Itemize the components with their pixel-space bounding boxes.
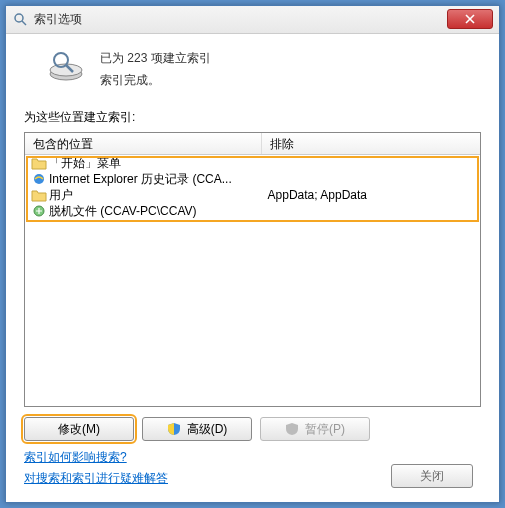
item-name: 脱机文件 (CCAV-PC\CCAV) [49,203,197,220]
svg-line-1 [22,21,26,25]
close-button[interactable] [447,9,493,29]
item-name: Internet Explorer 历史记录 (CCA... [49,171,232,188]
button-row: 修改(M) 高级(D) 暂停(P) [24,417,481,441]
help-link-troubleshoot[interactable]: 对搜索和索引进行疑难解答 [24,471,168,485]
advanced-button[interactable]: 高级(D) [142,417,252,441]
folder-icon [31,188,47,202]
modify-button[interactable]: 修改(M) [24,417,134,441]
shield-icon [167,422,181,436]
shield-icon [285,422,299,436]
close-dialog-button[interactable]: 关闭 [391,464,473,488]
item-excluded: AppData; AppData [262,188,480,202]
offline-files-icon [31,204,47,218]
titlebar: 索引选项 [6,6,499,34]
column-included[interactable]: 包含的位置 [25,133,262,154]
item-name: 用户 [49,187,73,204]
close-icon [465,14,475,24]
status-row: 已为 223 项建立索引 索引完成。 [24,48,481,91]
list-item[interactable]: 用户 AppData; AppData [25,187,480,203]
disk-search-icon [46,48,86,84]
app-icon [12,12,28,28]
list-header: 包含的位置 排除 [25,133,480,155]
content-area: 已为 223 项建立索引 索引完成。 为这些位置建立索引: 包含的位置 排除 「… [6,34,499,502]
pause-button: 暂停(P) [260,417,370,441]
indexed-count: 已为 223 项建立索引 [100,48,211,70]
ie-icon [31,172,47,186]
locations-label: 为这些位置建立索引: [24,109,481,126]
column-excluded[interactable]: 排除 [262,133,480,154]
list-item[interactable]: Internet Explorer 历史记录 (CCA... [25,171,480,187]
locations-list: 包含的位置 排除 「开始」菜单 Internet Explorer 历史记录 (… [24,132,481,407]
indexing-options-window: 索引选项 已为 223 项建立索引 索引完成。 为这些位置建立索引: 包含的位置… [5,5,500,503]
folder-icon [31,156,47,170]
help-link-search[interactable]: 索引如何影响搜索? [24,450,127,464]
svg-point-0 [15,14,23,22]
list-item[interactable]: 脱机文件 (CCAV-PC\CCAV) [25,203,480,219]
advanced-button-label: 高级(D) [187,421,228,438]
pause-button-label: 暂停(P) [305,421,345,438]
list-item[interactable]: 「开始」菜单 [25,155,480,171]
item-name: 「开始」菜单 [49,155,121,172]
indexing-state: 索引完成。 [100,70,211,92]
window-title: 索引选项 [34,11,447,28]
list-body[interactable]: 「开始」菜单 Internet Explorer 历史记录 (CCA... 用户 [25,155,480,406]
status-text: 已为 223 项建立索引 索引完成。 [100,48,211,91]
